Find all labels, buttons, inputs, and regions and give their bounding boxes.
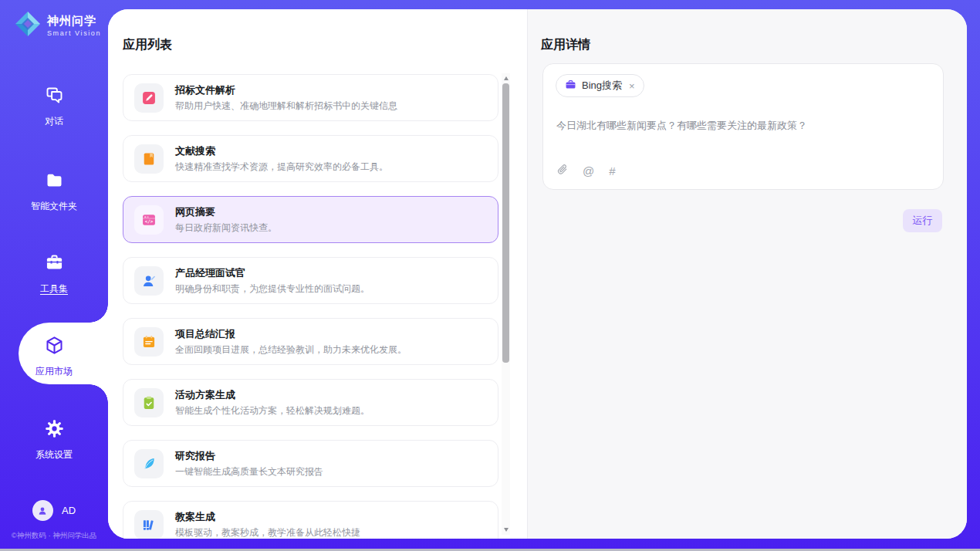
app-description: 快速精准查找学术资源，提高研究效率的必备工具。 [175, 162, 388, 171]
app-description: 模板驱动，教案秒成，教学准备从此轻松快捷 [175, 528, 360, 537]
user-account[interactable]: AD [0, 500, 108, 521]
main-content: 应用列表 招标文件解析 帮助用户快速、准确地理解和解析招标书中的关键信息 [108, 9, 967, 539]
scroll-up-button[interactable] [502, 73, 510, 83]
app-window: 神州问学 Smart Vision 对话 智能文件夹 [0, 0, 980, 551]
mention-icon[interactable]: @ [583, 165, 594, 177]
app-description: 每日政府新闻资讯快查。 [175, 223, 277, 232]
diamond-logo-icon [14, 10, 42, 41]
sidebar-item-label: 应用市场 [35, 365, 73, 378]
scrollbar-thumb[interactable] [502, 83, 509, 363]
scrollbar[interactable] [502, 73, 510, 535]
avatar [32, 500, 53, 521]
toolbox-icon [44, 252, 65, 276]
clipboard-check-icon [134, 388, 164, 417]
tool-chip-bing-search[interactable]: Bing搜索 × [556, 74, 644, 97]
sidebar-item-settings[interactable]: 系统设置 [0, 418, 108, 461]
chat-icon [44, 85, 65, 109]
calendar-report-icon [134, 327, 164, 357]
app-title: 文献搜索 [175, 146, 388, 156]
sidebar-item-label: 系统设置 [35, 448, 73, 461]
sidebar-item-app-market[interactable]: 应用市场 [0, 335, 108, 378]
app-list-panel: 应用列表 招标文件解析 帮助用户快速、准确地理解和解析招标书中的关键信息 [108, 9, 527, 539]
sidebar-item-toolset[interactable]: 工具集 [0, 252, 108, 296]
app-description: 智能生成个性化活动方案，轻松解决规划难题。 [175, 406, 370, 415]
app-description: 明确身份和职责，为您提供专业性的面试问题。 [175, 284, 370, 293]
app-card-list: 招标文件解析 帮助用户快速、准确地理解和解析招标书中的关键信息 文献搜索 快速精… [123, 74, 498, 539]
triangle-up-icon [504, 76, 509, 80]
active-nav-curve-top [90, 304, 108, 323]
app-card-bid-analysis[interactable]: 招标文件解析 帮助用户快速、准确地理解和解析招标书中的关键信息 [123, 74, 498, 121]
sidebar-item-smart-folders[interactable]: 智能文件夹 [0, 170, 108, 213]
sidebar-item-chat[interactable]: 对话 [0, 85, 108, 128]
app-description: 一键智能生成高质量长文本研究报告 [175, 467, 323, 476]
cube-icon [44, 335, 65, 359]
folder-icon [44, 170, 65, 194]
interviewer-person-icon [134, 266, 164, 296]
scroll-down-button[interactable] [502, 525, 510, 535]
quill-pen-icon [134, 449, 164, 478]
app-card-literature-search[interactable]: 文献搜索 快速精准查找学术资源，提高研究效率的必备工具。 [123, 135, 498, 182]
chip-close-icon[interactable]: × [629, 80, 635, 92]
svg-text:</>: </> [145, 219, 154, 224]
attachment-toolbar: @ # [556, 164, 616, 178]
sidebar-item-label: 对话 [45, 115, 63, 128]
app-title: 活动方案生成 [175, 390, 370, 400]
brand-tagline: Smart Vision [47, 29, 101, 37]
user-initials: AD [62, 505, 76, 516]
prompt-input-card[interactable]: Bing搜索 × 今日湖北有哪些新闻要点？有哪些需要关注的最新政策？ @ # [542, 63, 944, 190]
app-title: 教案生成 [175, 512, 360, 522]
brand-name: 神州问学 [47, 14, 101, 27]
edit-document-icon [134, 83, 164, 113]
app-description: 帮助用户快速、准确地理解和解析招标书中的关键信息 [175, 101, 397, 110]
sidebar-item-label: 智能文件夹 [31, 200, 77, 213]
app-title: 产品经理面试官 [175, 268, 370, 278]
copyright-text: ©神州数码 · 神州问学出品 [0, 531, 108, 541]
app-title: 研究报告 [175, 451, 323, 461]
books-icon [134, 510, 164, 539]
book-icon [134, 144, 164, 174]
app-title: 项目总结汇报 [175, 329, 407, 339]
app-card-webpage-summary[interactable]: </> 网页摘要 每日政府新闻资讯快查。 [123, 196, 498, 243]
triangle-down-icon [504, 528, 509, 532]
attach-file-icon[interactable] [556, 164, 568, 178]
app-detail-title: 应用详情 [541, 37, 590, 53]
webpage-code-icon: </> [134, 205, 164, 235]
app-title: 网页摘要 [175, 207, 277, 217]
run-button[interactable]: 运行 [903, 209, 942, 232]
sidebar: 神州问学 Smart Vision 对话 智能文件夹 [0, 0, 108, 551]
app-card-lesson-plan[interactable]: 教案生成 模板驱动，教案秒成，教学准备从此轻松快捷 [123, 501, 498, 539]
topic-icon[interactable]: # [609, 165, 615, 177]
brand-logo: 神州问学 Smart Vision [14, 10, 101, 41]
app-card-project-summary[interactable]: 项目总结汇报 全面回顾项目进展，总结经验教训，助力未来优化发展。 [123, 318, 498, 365]
briefcase-icon [565, 79, 576, 93]
app-title: 招标文件解析 [175, 85, 397, 95]
active-nav-curve-bottom [90, 384, 108, 403]
prompt-text[interactable]: 今日湖北有哪些新闻要点？有哪些需要关注的最新政策？ [556, 118, 927, 134]
app-card-research-report[interactable]: 研究报告 一键智能生成高质量长文本研究报告 [123, 440, 498, 487]
sidebar-item-label: 工具集 [40, 282, 68, 296]
app-description: 全面回顾项目进展，总结经验教训，助力未来优化发展。 [175, 345, 407, 354]
app-list-title: 应用列表 [123, 37, 172, 53]
tool-chip-label: Bing搜索 [582, 79, 622, 93]
gear-icon [44, 418, 65, 442]
app-card-pm-interviewer[interactable]: 产品经理面试官 明确身份和职责，为您提供专业性的面试问题。 [123, 257, 498, 304]
app-card-event-plan[interactable]: 活动方案生成 智能生成个性化活动方案，轻松解决规划难题。 [123, 379, 498, 426]
app-detail-panel: 应用详情 Bing搜索 × 今日湖北有哪些新闻要点？有哪些需要关注的最新政策？ [527, 9, 967, 539]
